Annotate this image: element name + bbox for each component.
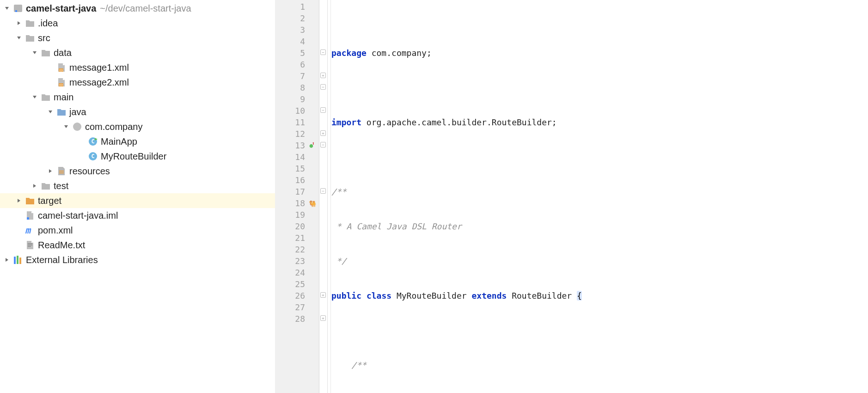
line-number[interactable]: 5 bbox=[275, 47, 305, 59]
chevron-right-icon[interactable] bbox=[46, 167, 55, 175]
line-number[interactable]: 26 bbox=[275, 290, 305, 301]
tree-root-path: ~/dev/camel-start-java bbox=[100, 3, 191, 14]
excluded-folder-icon bbox=[25, 196, 35, 206]
svg-rect-21 bbox=[19, 258, 21, 264]
code-editor[interactable]: 1 2 3 4 5 6 7 8 9 10 11 12 13●⬆ 14 15 16… bbox=[275, 0, 868, 393]
chevron-down-icon[interactable] bbox=[31, 93, 39, 101]
fold-toggle-icon[interactable]: − bbox=[320, 84, 326, 90]
chevron-right-icon[interactable] bbox=[31, 182, 39, 190]
line-number[interactable]: 20 bbox=[275, 221, 305, 232]
folder-icon bbox=[25, 18, 35, 28]
tree-item-package[interactable]: com.company bbox=[0, 119, 275, 134]
line-number[interactable]: 17 bbox=[275, 186, 305, 197]
svg-text:<>: <> bbox=[59, 68, 63, 72]
line-number-gutter[interactable]: 1 2 3 4 5 6 7 8 9 10 11 12 13●⬆ 14 15 16… bbox=[275, 0, 319, 393]
chevron-down-icon[interactable] bbox=[62, 123, 70, 131]
code-line[interactable] bbox=[331, 325, 868, 336]
fold-toggle-icon[interactable]: − bbox=[320, 49, 326, 55]
line-number[interactable]: 15 bbox=[275, 163, 305, 174]
code-line[interactable] bbox=[331, 82, 868, 93]
tree-item-target[interactable]: target bbox=[0, 193, 275, 208]
line-number[interactable]: 18🐫 bbox=[275, 197, 305, 209]
line-number[interactable]: 11 bbox=[275, 117, 305, 128]
fold-toggle-icon[interactable]: + bbox=[320, 130, 326, 136]
line-number[interactable]: 16 bbox=[275, 174, 305, 186]
tree-item-pom[interactable]: pom.xml bbox=[0, 223, 275, 238]
tree-item-message1[interactable]: <> message1.xml bbox=[0, 60, 275, 75]
line-number[interactable]: 25 bbox=[275, 278, 305, 290]
line-number[interactable]: 7 bbox=[275, 70, 305, 82]
tree-item-test[interactable]: test bbox=[0, 178, 275, 193]
source-folder-icon bbox=[56, 107, 67, 117]
chevron-down-icon[interactable] bbox=[3, 4, 11, 12]
fold-toggle-icon[interactable]: + bbox=[320, 73, 326, 78]
chevron-right-icon[interactable] bbox=[15, 196, 23, 205]
iml-file-icon bbox=[25, 210, 35, 221]
svg-rect-20 bbox=[17, 256, 18, 264]
line-number[interactable]: 3 bbox=[275, 24, 305, 36]
fold-toggle-icon[interactable]: + bbox=[320, 315, 326, 321]
tree-item-main[interactable]: main bbox=[0, 90, 275, 104]
tree-item-java[interactable]: java bbox=[0, 104, 275, 119]
line-number[interactable]: 23 bbox=[275, 255, 305, 267]
line-number[interactable]: 9 bbox=[275, 93, 305, 105]
tree-item-readme[interactable]: ReadMe.txt bbox=[0, 238, 275, 252]
line-number[interactable]: 14 bbox=[275, 151, 305, 163]
fold-toggle-icon[interactable]: + bbox=[320, 292, 326, 298]
line-number[interactable]: 6 bbox=[275, 59, 305, 70]
override-marker-icon[interactable]: ●⬆ bbox=[310, 140, 316, 152]
code-line[interactable]: /** bbox=[331, 186, 868, 197]
code-line[interactable]: /** bbox=[331, 359, 868, 371]
code-area[interactable]: package com.company; import org.apache.c… bbox=[328, 0, 868, 393]
line-number[interactable]: 10 bbox=[275, 105, 305, 117]
code-line[interactable]: import org.apache.camel.builder.RouteBui… bbox=[331, 117, 868, 128]
svg-rect-18 bbox=[28, 246, 31, 247]
runnable-class-icon bbox=[88, 136, 98, 147]
chevron-right-icon[interactable] bbox=[15, 19, 23, 27]
tree-root[interactable]: camel-start-java ~/dev/camel-start-java bbox=[0, 1, 275, 16]
svg-rect-15 bbox=[27, 217, 29, 220]
line-number[interactable]: 1 bbox=[275, 1, 305, 12]
code-line[interactable]: public class MyRouteBuilder extends Rout… bbox=[331, 290, 868, 301]
line-number[interactable]: 2 bbox=[275, 12, 305, 24]
line-number[interactable]: 13●⬆ bbox=[275, 140, 305, 151]
line-number[interactable]: 8 bbox=[275, 82, 305, 93]
line-number[interactable]: 27 bbox=[275, 301, 305, 313]
chevron-down-icon[interactable] bbox=[46, 108, 55, 116]
text-file-icon bbox=[25, 240, 35, 250]
line-number[interactable]: 22 bbox=[275, 244, 305, 255]
tree-item-resources[interactable]: resources bbox=[0, 164, 275, 178]
tree-item-src[interactable]: src bbox=[0, 31, 275, 45]
chevron-down-icon[interactable] bbox=[31, 49, 39, 57]
project-tree[interactable]: camel-start-java ~/dev/camel-start-java … bbox=[0, 0, 275, 393]
code-line[interactable] bbox=[331, 151, 868, 163]
line-number[interactable]: 12 bbox=[275, 128, 305, 140]
tree-item-mainapp[interactable]: MainApp bbox=[0, 134, 275, 149]
line-number[interactable]: 28 bbox=[275, 313, 305, 325]
chevron-right-icon[interactable] bbox=[3, 256, 11, 264]
fold-toggle-icon[interactable]: − bbox=[320, 188, 326, 194]
fold-gutter[interactable]: − + − − + − − + + bbox=[319, 0, 328, 393]
code-line[interactable]: * A Camel Java DSL Router bbox=[331, 221, 868, 232]
tree-item-iml[interactable]: camel-start-java.iml bbox=[0, 208, 275, 223]
tree-item-data[interactable]: data bbox=[0, 45, 275, 60]
chevron-down-icon[interactable] bbox=[15, 34, 23, 42]
fold-toggle-icon[interactable]: − bbox=[320, 107, 326, 113]
tree-item-idea[interactable]: .idea bbox=[0, 16, 275, 31]
xml-file-icon: <> bbox=[56, 77, 67, 87]
tree-item-message2[interactable]: <> message2.xml bbox=[0, 75, 275, 90]
fold-toggle-icon[interactable]: − bbox=[320, 142, 326, 147]
line-number[interactable]: 4 bbox=[275, 36, 305, 47]
svg-text:<>: <> bbox=[59, 83, 63, 86]
tree-item-external-libraries[interactable]: External Libraries bbox=[0, 252, 275, 267]
tree-item-routebuilder[interactable]: MyRouteBuilder bbox=[0, 149, 275, 164]
camel-route-icon[interactable]: 🐫 bbox=[309, 197, 316, 209]
line-number[interactable]: 19 bbox=[275, 209, 305, 221]
folder-icon bbox=[41, 181, 51, 191]
code-line[interactable]: */ bbox=[331, 255, 868, 267]
line-number[interactable]: 24 bbox=[275, 267, 305, 278]
code-line[interactable]: package com.company; bbox=[331, 47, 868, 59]
folder-icon bbox=[41, 92, 51, 102]
line-number[interactable]: 21 bbox=[275, 232, 305, 244]
folder-icon bbox=[41, 48, 51, 58]
